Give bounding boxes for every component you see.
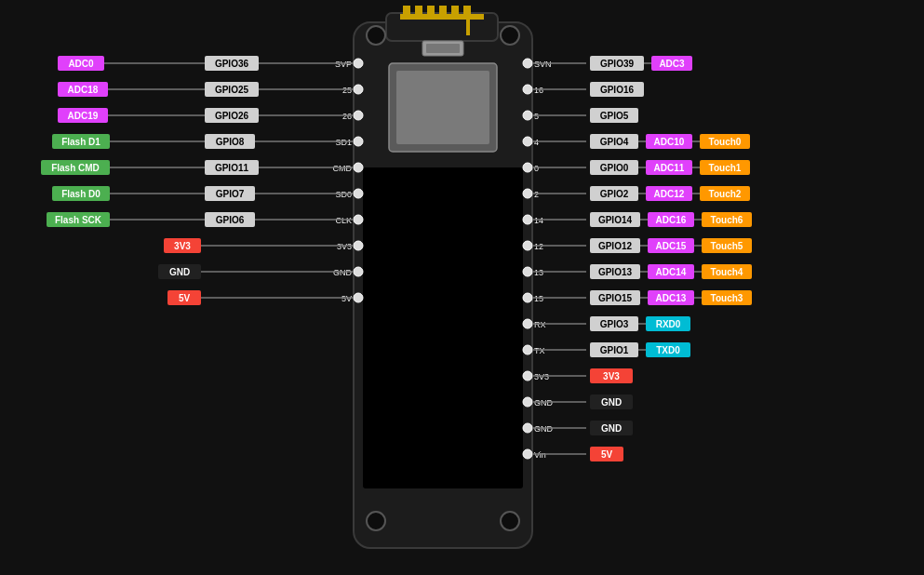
svg-point-32 xyxy=(523,111,532,120)
svg-text:RX: RX xyxy=(534,320,546,329)
svg-point-23 xyxy=(354,137,363,146)
svg-point-37 xyxy=(523,241,532,250)
svg-text:ADC0: ADC0 xyxy=(68,59,94,69)
svg-text:Touch5: Touch5 xyxy=(711,241,743,251)
svg-text:3V3: 3V3 xyxy=(534,372,549,381)
svg-text:GPIO2: GPIO2 xyxy=(600,189,629,199)
svg-rect-12 xyxy=(426,44,460,53)
svg-point-21 xyxy=(354,85,363,94)
svg-text:2: 2 xyxy=(534,190,539,199)
svg-text:GND: GND xyxy=(601,397,622,408)
svg-text:3V3: 3V3 xyxy=(603,371,620,381)
svg-text:GPIO16: GPIO16 xyxy=(600,85,635,95)
svg-text:5V: 5V xyxy=(341,294,352,303)
svg-point-26 xyxy=(354,215,363,224)
svg-text:ADC3: ADC3 xyxy=(659,59,685,69)
svg-text:GPIO7: GPIO7 xyxy=(216,189,245,199)
svg-text:Touch6: Touch6 xyxy=(711,215,743,225)
svg-text:0: 0 xyxy=(534,164,539,173)
svg-text:ADC13: ADC13 xyxy=(656,293,687,303)
svg-text:GPIO12: GPIO12 xyxy=(598,241,633,251)
svg-text:12: 12 xyxy=(534,242,543,251)
svg-text:GPIO3: GPIO3 xyxy=(600,319,629,329)
svg-text:4: 4 xyxy=(534,138,539,147)
svg-text:SVN: SVN xyxy=(534,60,552,69)
svg-point-40 xyxy=(523,319,532,328)
svg-text:ADC12: ADC12 xyxy=(654,189,685,199)
board-diagram: SVP 25 26 SD1 CMD SD0 CLK 3V3 GND 5V SVN… xyxy=(0,0,924,575)
svg-text:SD1: SD1 xyxy=(335,138,352,147)
svg-text:ADC11: ADC11 xyxy=(654,163,685,173)
svg-rect-14 xyxy=(396,71,489,144)
svg-rect-5 xyxy=(415,6,422,15)
svg-point-29 xyxy=(354,293,363,302)
svg-rect-7 xyxy=(439,6,447,15)
svg-text:GPIO36: GPIO36 xyxy=(215,59,249,69)
svg-text:GND: GND xyxy=(534,424,554,434)
svg-text:13: 13 xyxy=(534,268,543,277)
svg-point-41 xyxy=(523,345,532,354)
svg-rect-6 xyxy=(427,6,435,15)
svg-rect-8 xyxy=(451,6,459,15)
svg-point-30 xyxy=(523,59,532,68)
svg-point-35 xyxy=(523,189,532,198)
main-container: SVP 25 26 SD1 CMD SD0 CLK 3V3 GND 5V SVN… xyxy=(0,0,924,575)
svg-text:25: 25 xyxy=(342,86,352,95)
svg-text:3V3: 3V3 xyxy=(174,241,191,251)
svg-text:GPIO0: GPIO0 xyxy=(600,163,629,173)
svg-text:Touch0: Touch0 xyxy=(709,137,742,147)
svg-text:Touch2: Touch2 xyxy=(709,189,742,199)
svg-text:GPIO4: GPIO4 xyxy=(600,137,629,147)
svg-text:14: 14 xyxy=(534,216,543,225)
svg-rect-15 xyxy=(363,167,523,488)
svg-text:GND: GND xyxy=(169,267,190,277)
svg-text:5V: 5V xyxy=(179,293,191,303)
svg-rect-4 xyxy=(403,6,410,15)
svg-text:5V: 5V xyxy=(601,449,613,460)
svg-point-24 xyxy=(354,163,363,172)
svg-point-42 xyxy=(523,371,532,381)
svg-text:Flash SCK: Flash SCK xyxy=(55,215,102,225)
svg-point-31 xyxy=(523,85,532,94)
svg-text:GPIO13: GPIO13 xyxy=(598,267,633,277)
svg-text:ADC14: ADC14 xyxy=(656,267,687,277)
svg-text:GND: GND xyxy=(601,423,622,434)
svg-text:ADC10: ADC10 xyxy=(654,137,685,147)
svg-point-16 xyxy=(367,26,385,45)
svg-text:5: 5 xyxy=(534,112,539,121)
svg-point-20 xyxy=(354,59,363,68)
svg-text:Flash D0: Flash D0 xyxy=(61,189,100,199)
svg-text:GPIO5: GPIO5 xyxy=(600,111,629,121)
svg-text:Touch1: Touch1 xyxy=(709,163,742,173)
svg-point-28 xyxy=(354,267,363,276)
svg-text:GPIO25: GPIO25 xyxy=(215,85,249,95)
svg-point-45 xyxy=(523,449,532,459)
svg-text:15: 15 xyxy=(534,294,543,303)
svg-text:ADC15: ADC15 xyxy=(656,241,687,251)
svg-point-39 xyxy=(523,293,532,302)
svg-text:26: 26 xyxy=(342,112,352,121)
svg-text:GPIO11: GPIO11 xyxy=(215,163,249,173)
svg-rect-10 xyxy=(466,7,470,35)
svg-point-25 xyxy=(354,189,363,198)
svg-text:SD0: SD0 xyxy=(335,190,352,199)
svg-text:GPIO15: GPIO15 xyxy=(598,293,633,303)
svg-text:Touch4: Touch4 xyxy=(711,267,743,277)
svg-text:CMD: CMD xyxy=(333,164,353,173)
svg-text:Flash D1: Flash D1 xyxy=(61,137,100,147)
svg-text:GPIO8: GPIO8 xyxy=(216,137,245,147)
svg-point-33 xyxy=(523,137,532,146)
svg-text:GPIO14: GPIO14 xyxy=(598,215,633,225)
svg-text:GPIO1: GPIO1 xyxy=(600,345,629,355)
svg-text:ADC16: ADC16 xyxy=(656,215,687,225)
svg-text:ADC18: ADC18 xyxy=(68,85,99,95)
svg-text:CLK: CLK xyxy=(335,216,352,225)
svg-text:Flash CMD: Flash CMD xyxy=(51,163,100,173)
svg-text:Touch3: Touch3 xyxy=(711,293,743,303)
svg-text:TXD0: TXD0 xyxy=(656,345,680,355)
svg-point-17 xyxy=(501,26,519,45)
svg-point-27 xyxy=(354,241,363,250)
svg-text:Vin: Vin xyxy=(534,450,546,460)
svg-text:GPIO6: GPIO6 xyxy=(216,215,245,225)
svg-text:SVP: SVP xyxy=(335,60,352,69)
